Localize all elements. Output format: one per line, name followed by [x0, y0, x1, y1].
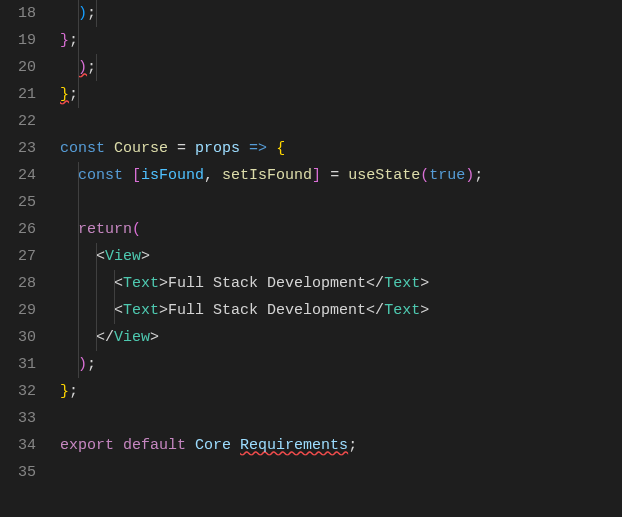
code-token: ; — [69, 383, 78, 400]
code-line[interactable]: ); — [60, 0, 622, 27]
code-token: > — [159, 302, 168, 319]
indent-guide — [78, 81, 79, 108]
code-token: > — [150, 329, 159, 346]
code-line[interactable]: </View> — [60, 324, 622, 351]
code-token: Text — [384, 302, 420, 319]
code-line[interactable]: return( — [60, 216, 622, 243]
code-token: ) — [78, 356, 87, 373]
code-token: = — [168, 140, 195, 157]
code-line[interactable]: const Course = props => { — [60, 135, 622, 162]
line-number: 31 — [0, 351, 36, 378]
code-line[interactable]: ); — [60, 54, 622, 81]
indent-guide — [78, 243, 79, 270]
code-token: ) — [465, 167, 474, 184]
line-number: 33 — [0, 405, 36, 432]
code-token: < — [114, 302, 123, 319]
code-token: props — [195, 140, 240, 157]
code-token: } — [60, 32, 69, 49]
indent-guide — [96, 297, 97, 324]
code-token — [60, 167, 78, 184]
code-token: Text — [123, 302, 159, 319]
indent-guide — [78, 324, 79, 351]
code-line[interactable] — [60, 189, 622, 216]
indent-guide — [96, 324, 97, 351]
code-token: < — [96, 248, 105, 265]
code-token: default — [123, 437, 186, 454]
code-token: const — [60, 140, 105, 157]
line-number: 21 — [0, 81, 36, 108]
code-token — [60, 221, 78, 238]
code-token: setIsFound — [222, 167, 312, 184]
indent-guide — [78, 54, 79, 81]
code-token: > — [159, 275, 168, 292]
code-token: => — [249, 140, 267, 157]
code-token: Core — [195, 437, 231, 454]
code-token — [186, 437, 195, 454]
code-token: useState — [348, 167, 420, 184]
indent-guide — [114, 270, 115, 297]
code-line[interactable] — [60, 108, 622, 135]
code-line[interactable]: <Text>Full Stack Development</Text> — [60, 297, 622, 324]
code-line[interactable] — [60, 405, 622, 432]
code-token: > — [420, 302, 429, 319]
code-token: ; — [69, 32, 78, 49]
line-number: 20 — [0, 54, 36, 81]
code-line[interactable]: ); — [60, 351, 622, 378]
code-token: } — [60, 383, 69, 400]
code-token: Course — [114, 140, 168, 157]
indent-guide — [96, 54, 97, 81]
indent-guide — [96, 243, 97, 270]
code-token: View — [114, 329, 150, 346]
code-token: const — [78, 167, 123, 184]
code-token — [240, 140, 249, 157]
code-line[interactable]: }; — [60, 378, 622, 405]
code-token: ; — [87, 356, 96, 373]
code-line[interactable]: export default Core Requirements; — [60, 432, 622, 459]
line-number: 18 — [0, 0, 36, 27]
line-number: 32 — [0, 378, 36, 405]
code-token: Full Stack Development — [168, 275, 366, 292]
code-token: ; — [348, 437, 357, 454]
line-number: 23 — [0, 135, 36, 162]
code-token: </ — [366, 302, 384, 319]
code-line[interactable]: <Text>Full Stack Development</Text> — [60, 270, 622, 297]
code-token — [60, 302, 114, 319]
code-token: </ — [366, 275, 384, 292]
indent-guide — [78, 351, 79, 378]
code-token — [123, 167, 132, 184]
code-line[interactable]: <View> — [60, 243, 622, 270]
code-line[interactable]: }; — [60, 81, 622, 108]
indent-guide — [78, 162, 79, 189]
code-token: { — [276, 140, 285, 157]
code-token — [114, 437, 123, 454]
code-token: ( — [132, 221, 141, 238]
indent-guide — [78, 27, 79, 54]
indent-guide — [78, 297, 79, 324]
code-token: Text — [384, 275, 420, 292]
line-number: 19 — [0, 27, 36, 54]
code-token: ; — [474, 167, 483, 184]
code-token — [60, 59, 78, 76]
code-line[interactable]: }; — [60, 27, 622, 54]
code-token: Full Stack Development — [168, 302, 366, 319]
code-token: > — [141, 248, 150, 265]
code-token — [267, 140, 276, 157]
line-number: 30 — [0, 324, 36, 351]
indent-guide — [96, 270, 97, 297]
code-token: ) — [78, 59, 87, 76]
line-number: 25 — [0, 189, 36, 216]
line-number-gutter: 181920212223242526272829303132333435 — [0, 0, 50, 517]
line-number: 35 — [0, 459, 36, 486]
code-line[interactable]: const [isFound, setIsFound] = useState(t… — [60, 162, 622, 189]
line-number: 34 — [0, 432, 36, 459]
code-token: Requirements — [240, 437, 348, 454]
code-line[interactable] — [60, 459, 622, 486]
code-token: export — [60, 437, 114, 454]
line-number: 24 — [0, 162, 36, 189]
code-token — [60, 356, 78, 373]
code-token: = — [321, 167, 348, 184]
code-area[interactable]: );}; );};const Course = props => { const… — [50, 0, 622, 517]
line-number: 22 — [0, 108, 36, 135]
code-token: ] — [312, 167, 321, 184]
code-token: View — [105, 248, 141, 265]
